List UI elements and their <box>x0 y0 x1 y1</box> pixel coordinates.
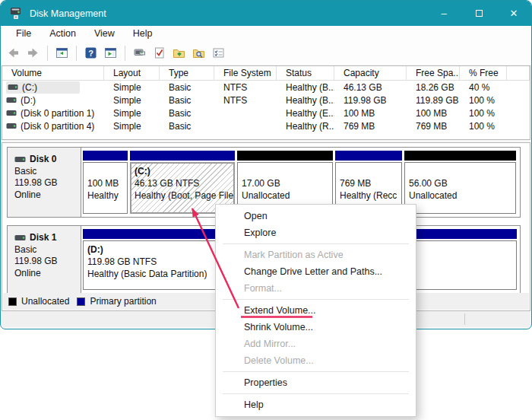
table-row-c[interactable]: (C:) Simple Basic NTFS Healthy (B... 46.… <box>2 81 530 94</box>
menu-help[interactable]: Help <box>128 27 157 40</box>
toolbar: ? <box>1 41 531 65</box>
primary-partition-bar <box>83 151 128 161</box>
menu-bar: File Action View Help <box>1 26 531 41</box>
volume-icon <box>8 84 18 91</box>
help-icon[interactable]: ? <box>83 45 99 62</box>
show-action-pane-icon[interactable] <box>103 45 119 62</box>
disk-icon <box>14 234 26 241</box>
minimize-button[interactable]: – <box>426 1 461 26</box>
toolbar-separator <box>47 46 48 61</box>
menu-item-change-drive-letter[interactable]: Change Drive Letter and Paths... <box>216 263 416 280</box>
menu-file[interactable]: File <box>11 27 36 40</box>
forward-icon[interactable] <box>25 45 41 62</box>
show-console-tree-icon[interactable] <box>54 45 70 62</box>
table-row-partition1[interactable]: (Disk 0 partition 1) Simple Basic Health… <box>2 107 530 119</box>
volume-icon <box>6 110 17 116</box>
col-volume[interactable]: Volume <box>2 66 104 80</box>
back-icon[interactable] <box>5 45 21 62</box>
find-folder-icon[interactable] <box>191 45 207 62</box>
maximize-button[interactable] <box>461 1 496 26</box>
status-bar-divider <box>464 313 465 325</box>
col-capacity[interactable]: Capacity <box>334 66 407 80</box>
unallocated-bar <box>237 151 333 161</box>
menu-separator <box>223 393 409 394</box>
toolbar-separator <box>76 46 77 61</box>
unallocated-bar <box>404 151 516 161</box>
col-pct-free[interactable]: % Free <box>460 66 507 80</box>
menu-view[interactable]: View <box>90 27 119 40</box>
col-status[interactable]: Status <box>277 66 334 80</box>
menu-separator <box>223 371 409 372</box>
titlebar: Disk Management – ✕ <box>1 1 531 26</box>
remote-popup-icon[interactable] <box>131 45 147 62</box>
disk0-label[interactable]: Disk 0 Basic 119.98 GB Online <box>8 148 81 217</box>
primary-partition-bar <box>335 151 402 161</box>
legend-unallocated: Unallocated <box>8 296 69 307</box>
col-layout[interactable]: Layout <box>104 66 160 80</box>
disk0-size: 119.98 GB <box>14 177 81 189</box>
window-title: Disk Management <box>30 8 106 19</box>
col-file-system[interactable]: File System <box>214 66 277 80</box>
legend-primary-partition: Primary partition <box>77 296 156 307</box>
col-filler <box>507 66 530 80</box>
menu-item-explore[interactable]: Explore <box>216 224 416 241</box>
disk-management-app-icon <box>9 7 23 20</box>
menu-separator <box>223 299 409 300</box>
disk1-size: 119.98 GB <box>14 256 81 268</box>
col-type[interactable]: Type <box>160 66 214 80</box>
caption-buttons: – ✕ <box>426 1 531 26</box>
table-row-partition4[interactable]: (Disk 0 partition 4) Simple Basic Health… <box>2 119 530 132</box>
menu-item-open[interactable]: Open <box>216 208 416 224</box>
svg-text:?: ? <box>88 49 93 58</box>
menu-item-format: Format... <box>216 280 416 297</box>
menu-separator <box>223 243 409 244</box>
partition-system-100mb[interactable]: 100 MBHealthy <box>83 151 128 214</box>
disk0-status: Online <box>14 189 81 202</box>
col-free-space[interactable]: Free Spa... <box>407 66 460 80</box>
volume-list-header: Volume Layout Type File System Status Ca… <box>2 66 530 81</box>
toolbar-separator <box>125 46 125 61</box>
volume-icon <box>6 97 17 103</box>
close-button[interactable]: ✕ <box>496 1 531 26</box>
menu-item-delete-volume: Delete Volume... <box>216 352 416 369</box>
primary-partition-swatch <box>77 298 85 306</box>
disk1-label[interactable]: Disk 1 Basic 119.98 GB Online <box>8 226 81 293</box>
volume-list: Volume Layout Type File System Status Ca… <box>2 65 530 140</box>
check-document-icon[interactable] <box>151 45 167 62</box>
table-row-d[interactable]: (D:) Simple Basic NTFS Healthy (B... 119… <box>2 94 530 107</box>
export-folder-icon[interactable] <box>171 45 187 62</box>
menu-item-add-mirror: Add Mirror... <box>216 336 416 352</box>
task-list-icon[interactable] <box>211 45 226 62</box>
unallocated-swatch <box>8 298 17 306</box>
menu-item-extend-volume[interactable]: Extend Volume... <box>216 302 416 319</box>
menu-item-shrink-volume[interactable]: Shrink Volume... <box>216 319 416 336</box>
primary-partition-bar <box>130 151 235 161</box>
disk1-type: Basic <box>14 244 81 256</box>
disk1-status: Online <box>14 268 81 280</box>
menu-item-help[interactable]: Help <box>216 396 416 413</box>
menu-item-mark-partition-active: Mark Partition as Active <box>216 247 416 263</box>
context-menu: Open Explore Mark Partition as Active Ch… <box>215 204 416 417</box>
partition-unallocated-56gb[interactable]: 56.00 GBUnallocated <box>404 151 516 214</box>
menu-action[interactable]: Action <box>45 27 81 40</box>
disk-icon <box>14 156 26 163</box>
disk0-type: Basic <box>14 166 81 178</box>
volume-icon <box>6 123 17 129</box>
disk-management-screenshot: Disk Management – ✕ File Action View Hel… <box>0 0 532 420</box>
menu-item-properties[interactable]: Properties <box>216 374 416 391</box>
